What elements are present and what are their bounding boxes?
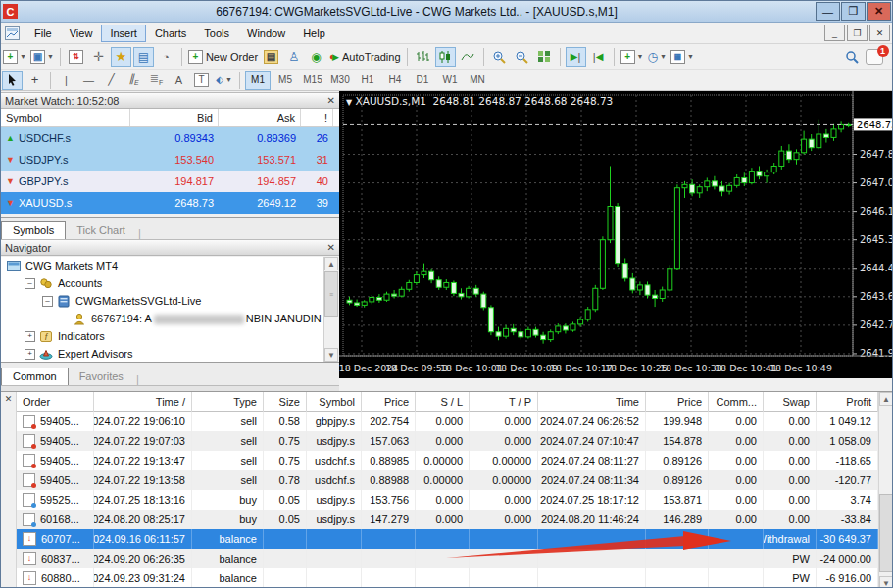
market-watch-row[interactable]: ▲USDCHF.s0.893430.8936926 bbox=[1, 127, 339, 149]
text-tool[interactable]: A bbox=[169, 71, 189, 90]
collapse-icon[interactable]: – bbox=[25, 278, 35, 289]
child-minimize-button[interactable]: _ bbox=[824, 24, 845, 41]
tab-common[interactable]: Common bbox=[1, 368, 69, 385]
order-row-59405[interactable]: 59405...2024.07.22 19:07:03sell0.75usdjp… bbox=[17, 431, 878, 451]
equidistant-channel-tool[interactable]: ∥E bbox=[124, 71, 144, 90]
expand-icon[interactable]: + bbox=[25, 331, 35, 342]
menu-item-view[interactable]: View bbox=[61, 24, 102, 42]
arrows-dropdown[interactable]: ⬖▼ bbox=[214, 71, 234, 90]
collapse-icon[interactable]: – bbox=[42, 296, 53, 307]
navigator-toggle[interactable]: ★ bbox=[111, 47, 131, 67]
market-watch-row[interactable]: ▼GBPJPY.s194.817194.85740 bbox=[1, 171, 339, 192]
maximize-button[interactable]: ❒ bbox=[841, 2, 866, 21]
terminal-column-sl[interactable]: S / L bbox=[416, 392, 470, 412]
terminal-column-order[interactable]: Order bbox=[17, 392, 94, 412]
order-row-60880[interactable]: ↓60880...2024.09.23 09:31:24balancePW-6 … bbox=[17, 568, 878, 588]
menu-item-window[interactable]: Window bbox=[238, 24, 294, 42]
timeframe-d1-button[interactable]: D1 bbox=[410, 71, 435, 90]
scroll-up-icon[interactable]: ▲ bbox=[879, 392, 893, 406]
tile-windows-button[interactable] bbox=[534, 47, 555, 67]
indicators-dropdown[interactable]: +▼ bbox=[620, 47, 645, 67]
market-watch-row[interactable]: ▼USDJPY.s153.540153.57131 bbox=[1, 149, 339, 171]
terminal-column-comm[interactable]: Comm... bbox=[709, 392, 764, 412]
order-row-59525[interactable]: 59525...2024.07.25 18:13:16buy0.05usdjpy… bbox=[17, 490, 878, 510]
terminal-scrollbar[interactable]: ▲ ▼ bbox=[878, 392, 893, 588]
terminal-column-tp[interactable]: T / P bbox=[470, 392, 538, 412]
minimize-button[interactable]: — bbox=[816, 2, 840, 21]
autotrading-button[interactable]: ●▶ AutoTrading bbox=[328, 47, 402, 67]
search-button[interactable] bbox=[841, 47, 862, 67]
order-row-60168[interactable]: 60168...2024.08.20 08:25:17buy0.05usdjpy… bbox=[17, 510, 878, 529]
crosshair-tool[interactable]: + bbox=[25, 71, 45, 90]
text-label-tool[interactable]: T bbox=[191, 71, 212, 90]
order-row-59405[interactable]: 59405...2024.07.22 19:13:58sell0.78usdch… bbox=[17, 470, 878, 490]
zoom-out-button[interactable] bbox=[512, 47, 532, 67]
market-watch-row[interactable]: ▼XAUUSD.s2648.732649.1239 bbox=[1, 192, 339, 214]
market-button[interactable]: ♙ bbox=[283, 47, 304, 67]
tree-item-expert-advisors[interactable]: +Expert Advisors bbox=[1, 345, 339, 363]
strategy-tester-toggle[interactable]: ◔ bbox=[156, 47, 176, 67]
timeframe-w1-button[interactable]: W1 bbox=[437, 71, 463, 90]
order-row-60837[interactable]: ↓60837...2024.09.20 06:26:35balancePW-24… bbox=[17, 549, 878, 568]
order-row-59405[interactable]: 59405...2024.07.22 19:13:47sell0.75usdch… bbox=[17, 451, 878, 470]
trendline-tool[interactable]: ╱ bbox=[101, 71, 122, 90]
signals-button[interactable]: ◉ bbox=[306, 47, 326, 67]
navigator-scrollbar[interactable]: ▲ ≡ ▼ bbox=[323, 257, 339, 362]
scrollbar-thumb[interactable]: ≡ bbox=[324, 271, 338, 317]
timeframe-m15-button[interactable]: M15 bbox=[300, 71, 325, 90]
tree-item-cwgmarketssvgltd-live[interactable]: –CWGMarketsSVGLtd-Live bbox=[1, 292, 339, 310]
terminal-column-swap[interactable]: Swap bbox=[764, 392, 817, 412]
market-watch-close-icon[interactable]: ✕ bbox=[327, 95, 335, 106]
mw-column-symbol[interactable]: Symbol bbox=[1, 109, 130, 126]
tab-favorites[interactable]: Favorites bbox=[69, 368, 134, 385]
terminal-column-profit[interactable]: Profit bbox=[817, 392, 878, 412]
timeframe-mn-button[interactable]: MN bbox=[465, 71, 490, 90]
candlestick-chart-button[interactable] bbox=[435, 47, 456, 67]
mw-column-ask[interactable]: Ask bbox=[219, 109, 301, 126]
new-chart-button[interactable]: +▼ bbox=[2, 47, 27, 67]
expand-icon[interactable]: + bbox=[25, 349, 35, 360]
terminal-column-type[interactable]: Type bbox=[192, 392, 264, 412]
navigator-close-icon[interactable]: ✕ bbox=[327, 242, 335, 253]
order-row-60707[interactable]: ↓60707...2024.09.16 06:11:57balanceWithd… bbox=[17, 529, 878, 549]
new-order-button[interactable]: + New Order bbox=[187, 47, 259, 67]
terminal-column-time[interactable]: Time / bbox=[94, 392, 192, 412]
scrollbar-thumb[interactable] bbox=[879, 494, 893, 572]
periods-dropdown[interactable]: ◷▼ bbox=[647, 47, 668, 67]
auto-scroll-toggle[interactable]: ▶| bbox=[566, 47, 586, 67]
metaeditor-button[interactable]: ▤ bbox=[261, 47, 281, 67]
mw-column-bid[interactable]: Bid bbox=[130, 109, 219, 126]
mw-column-[interactable]: ! bbox=[301, 109, 333, 126]
fibonacci-tool[interactable]: ≣F bbox=[146, 71, 167, 90]
notifications-button[interactable]: 1 bbox=[864, 47, 884, 67]
timeframe-m5-button[interactable]: M5 bbox=[273, 71, 298, 90]
terminal-close-icon[interactable]: ✕ bbox=[1, 394, 16, 404]
templates-dropdown[interactable]: ▦▼ bbox=[670, 47, 695, 67]
menu-item-tools[interactable]: Tools bbox=[195, 24, 238, 42]
tab-symbols[interactable]: Symbols bbox=[1, 221, 66, 239]
terminal-column-time[interactable]: Time bbox=[538, 392, 646, 412]
timeframe-h4-button[interactable]: H4 bbox=[382, 71, 408, 90]
timeframe-m1-button[interactable]: M1 bbox=[245, 71, 271, 90]
menu-item-help[interactable]: Help bbox=[294, 24, 334, 42]
price-chart[interactable]: 18 Dec 202418 Dec 09:5318 Dec 10:0118 De… bbox=[339, 91, 893, 378]
scroll-up-icon[interactable]: ▲ bbox=[324, 257, 338, 270]
child-close-button[interactable]: ✕ bbox=[869, 24, 890, 41]
market-watch-toggle[interactable]: ⇅ bbox=[66, 47, 86, 67]
menu-item-file[interactable]: File bbox=[25, 24, 61, 42]
profiles-button[interactable]: ▣▼ bbox=[29, 47, 55, 67]
tree-item-indicators[interactable]: +fIndicators bbox=[1, 327, 339, 345]
terminal-column-symbol[interactable]: Symbol bbox=[307, 392, 362, 412]
timeframe-h1-button[interactable]: H1 bbox=[355, 71, 380, 90]
tree-item-account[interactable]: 66767194: ANBIN JANUDIN bbox=[1, 310, 339, 327]
terminal-column-size[interactable]: Size bbox=[264, 392, 307, 412]
menu-item-charts[interactable]: Charts bbox=[146, 24, 195, 42]
scroll-down-icon[interactable]: ▼ bbox=[879, 576, 893, 588]
tree-item-accounts[interactable]: –Accounts bbox=[1, 274, 339, 292]
vertical-line-tool[interactable]: | bbox=[56, 71, 76, 90]
line-chart-button[interactable] bbox=[458, 47, 478, 67]
horizontal-line-tool[interactable]: — bbox=[78, 71, 99, 90]
tab-tick-chart[interactable]: Tick Chart bbox=[66, 222, 136, 239]
child-restore-button[interactable]: ❐ bbox=[847, 24, 868, 41]
chart-shift-toggle[interactable]: |◀ bbox=[588, 47, 609, 67]
